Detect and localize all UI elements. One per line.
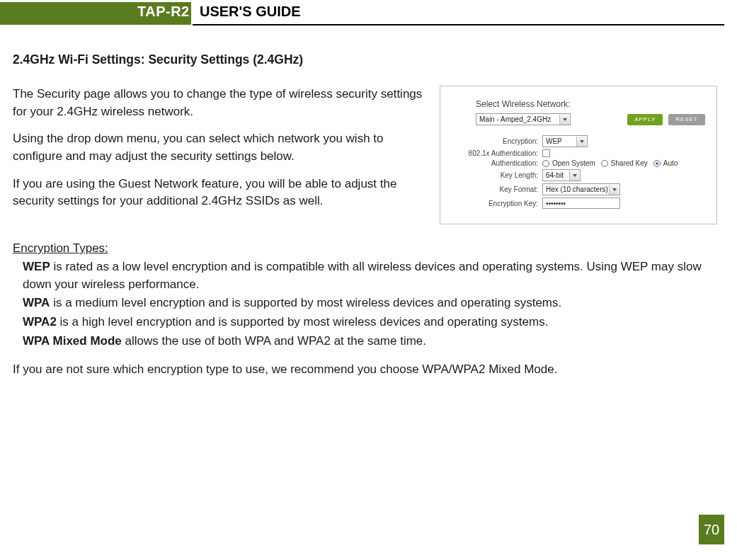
encryption-types-list: WEP is rated as a low level encryption a… bbox=[23, 258, 717, 350]
enc-item-wep: WEP is rated as a low level encryption a… bbox=[23, 258, 717, 293]
keylength-label: Key Length: bbox=[452, 171, 542, 179]
chevron-down-icon bbox=[559, 115, 569, 125]
apply-button[interactable]: APPLY bbox=[627, 114, 663, 125]
auth-open-text: Open System bbox=[552, 159, 595, 167]
header-title: USER'S GUIDE bbox=[200, 4, 301, 20]
header-underline bbox=[193, 24, 724, 25]
reset-button[interactable]: RESET bbox=[668, 114, 705, 125]
para-1: The Security page allows you to change t… bbox=[13, 86, 424, 120]
header-model: TAP-R2 bbox=[137, 4, 190, 20]
section-title: 2.4GHz Wi-Fi Settings: Security Settings… bbox=[13, 52, 717, 67]
keylength-select[interactable]: 64-bit bbox=[542, 169, 581, 181]
auth8021x-label: 802.1x Authentication: bbox=[452, 149, 542, 157]
footer-paragraph: If you are not sure which encryption typ… bbox=[13, 361, 717, 379]
header: TAP-R2 USER'S GUIDE bbox=[0, 0, 724, 27]
keyformat-select[interactable]: Hex (10 characters) bbox=[542, 183, 620, 195]
keylength-value: 64-bit bbox=[546, 171, 564, 179]
settings-figure: Select Wireless Network: Main - Amped_2.… bbox=[440, 86, 717, 224]
chevron-down-icon bbox=[576, 137, 586, 147]
auth-auto-text: Auto bbox=[663, 159, 678, 167]
enc-item-wpa: WPA is a medium level encryption and is … bbox=[23, 295, 717, 312]
network-select-value: Main - Amped_2.4GHz bbox=[479, 115, 551, 123]
encryption-select[interactable]: WEP bbox=[542, 135, 588, 147]
keyformat-label: Key Format: bbox=[452, 185, 542, 193]
encryptionkey-input[interactable]: •••••••• bbox=[542, 198, 620, 209]
page-number: 70 bbox=[699, 515, 724, 544]
para-2: Using the drop down menu, you can select… bbox=[13, 130, 424, 165]
authentication-label: Authentication: bbox=[452, 159, 542, 167]
encryptionkey-label: Encryption Key: bbox=[452, 200, 542, 207]
enc-item-wpa2: WPA2 is a high level encryption and is s… bbox=[23, 314, 717, 331]
auth8021x-checkbox[interactable] bbox=[542, 149, 550, 157]
auth-shared-text: Shared Key bbox=[611, 159, 648, 167]
encryption-select-value: WEP bbox=[546, 137, 562, 145]
para-3: If you are using the Guest Network featu… bbox=[13, 176, 424, 210]
encryption-label: Encryption: bbox=[452, 137, 542, 145]
enc-item-wpa-mixed: WPA Mixed Mode allows the use of both WP… bbox=[23, 333, 717, 350]
auth-auto-radio[interactable] bbox=[653, 160, 661, 167]
keyformat-value: Hex (10 characters) bbox=[546, 185, 608, 193]
auth-shared-radio[interactable] bbox=[601, 160, 608, 167]
auth-open-radio[interactable] bbox=[542, 160, 549, 167]
chevron-down-icon bbox=[609, 185, 619, 195]
encryptionkey-value: •••••••• bbox=[546, 200, 566, 207]
encryption-types-heading: Encryption Types: bbox=[13, 241, 717, 256]
figure-heading: Select Wireless Network: bbox=[476, 99, 705, 109]
chevron-down-icon bbox=[569, 171, 579, 181]
network-select[interactable]: Main - Amped_2.4GHz bbox=[476, 113, 571, 125]
